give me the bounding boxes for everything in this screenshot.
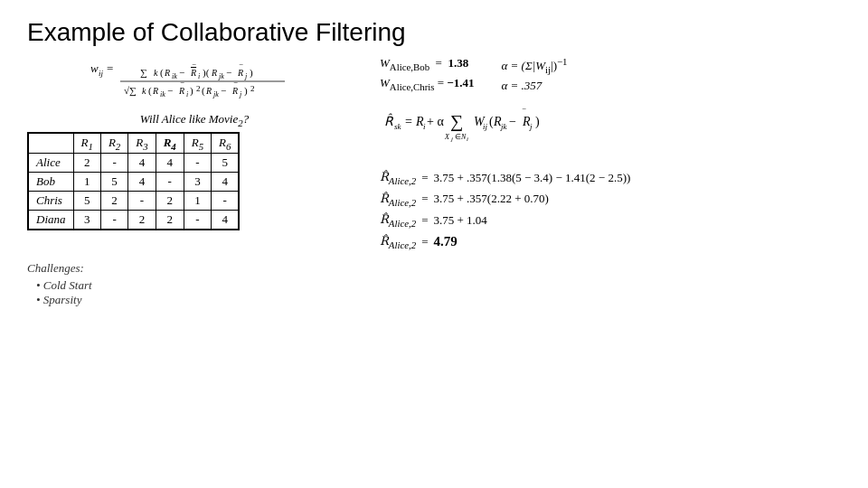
svg-text:k: k xyxy=(154,68,158,78)
table-row: Alice 2 - 4 4 - 5 xyxy=(29,154,239,173)
cell: - xyxy=(184,211,211,230)
challenges-list: Cold Start Sparsity xyxy=(27,278,362,307)
svg-text:=: = xyxy=(405,115,412,128)
cell: 1 xyxy=(184,192,211,211)
svg-text:=: = xyxy=(107,61,113,75)
svg-text:R: R xyxy=(211,68,217,78)
svg-text:): ) xyxy=(190,85,193,97)
row-name-bob: Bob xyxy=(29,173,74,192)
svg-text:∑: ∑ xyxy=(450,111,463,132)
svg-text:2: 2 xyxy=(196,84,201,93)
svg-text:‾: ‾ xyxy=(180,82,184,92)
svg-text:sk: sk xyxy=(394,122,402,131)
svg-text:R̂: R̂ xyxy=(384,113,394,128)
svg-text:(: ( xyxy=(148,85,152,97)
pred-formula-4: R̂Alice,2 = 4.79 xyxy=(380,234,841,250)
pred-label-2: R̂Alice,2 xyxy=(380,192,416,208)
svg-text:R: R xyxy=(164,68,170,78)
col-header-r1: R1 xyxy=(73,133,100,154)
cell: 5 xyxy=(100,173,127,192)
table-row: Chris 5 2 - 2 1 - xyxy=(29,192,239,211)
cell: 4 xyxy=(212,173,239,192)
svg-text:i: i xyxy=(186,90,188,99)
cell: - xyxy=(184,154,211,173)
prediction-formulas: R̂Alice,2 = 3.75 + .357(1.38(5 − 3.4) − … xyxy=(380,170,841,249)
cell: - xyxy=(128,192,156,211)
svg-text:)(: )( xyxy=(203,67,210,79)
col-header-r5: R5 xyxy=(184,133,211,154)
svg-text:‾: ‾ xyxy=(233,82,238,92)
svg-text:): ) xyxy=(244,85,248,97)
svg-text:j: j xyxy=(239,90,242,99)
table-row: Diana 3 - 2 2 - 4 xyxy=(29,211,239,230)
svg-text:j: j xyxy=(529,122,533,131)
rating-matrix: R1 R2 R3 R4 R5 R6 Alice 2 - xyxy=(27,132,240,231)
svg-text:−: − xyxy=(167,85,173,96)
svg-text:i: i xyxy=(467,136,468,143)
pred-label-1: R̂Alice,2 xyxy=(380,170,416,186)
cell: 2 xyxy=(128,211,156,230)
cell: - xyxy=(212,192,239,211)
svg-text:jk: jk xyxy=(500,122,508,131)
w-alice-bob-line: WAlice,Bob = 1.38 xyxy=(380,56,474,72)
col-header-name xyxy=(29,133,74,154)
svg-text:ij: ij xyxy=(99,69,104,78)
table-header-row: R1 R2 R3 R4 R5 R6 xyxy=(29,133,239,154)
pred-formula-1: R̂Alice,2 = 3.75 + .357(1.38(5 − 3.4) − … xyxy=(380,170,841,186)
cell: 2 xyxy=(156,211,184,230)
challenges-section: Challenges: Cold Start Sparsity xyxy=(27,261,362,307)
svg-text:−: − xyxy=(226,67,231,78)
svg-text:‾: ‾ xyxy=(239,64,243,74)
row-name-diana: Diana xyxy=(29,211,74,230)
rating-table: R1 R2 R3 R4 R5 R6 Alice 2 - xyxy=(28,133,239,230)
cell: 4 xyxy=(128,173,156,192)
svg-text:j: j xyxy=(244,72,248,80)
alpha-value-line: α = .357 xyxy=(501,79,567,93)
svg-text:i: i xyxy=(423,122,426,131)
cell: 3 xyxy=(184,173,211,192)
alpha-values: α = (Σ|Wij|)−1 α = .357 xyxy=(501,56,567,97)
pred-val-2: 3.75 + .357(2.22 + 0.70) xyxy=(434,192,549,206)
cell: 2 xyxy=(100,192,127,211)
weight-formula: w ij = ∑ k ( R ik − R ‾ i )( R xyxy=(27,56,362,105)
cell: - xyxy=(100,211,127,230)
right-top-row: WAlice,Bob = 1.38 WAlice,Chris = −1.41 α… xyxy=(380,56,841,97)
col-header-r3: R3 xyxy=(128,133,156,154)
cell: 3 xyxy=(73,211,100,230)
svg-text:−: − xyxy=(221,85,226,96)
cell: 4 xyxy=(212,211,239,230)
svg-text:): ) xyxy=(535,115,540,129)
pred-val-4: 4.79 xyxy=(434,234,458,249)
svg-text:(: ( xyxy=(160,67,164,79)
svg-text:R: R xyxy=(152,86,158,96)
cell: 4 xyxy=(156,154,184,173)
svg-text:−: − xyxy=(179,67,184,78)
svg-text:w: w xyxy=(90,61,99,75)
svg-text:ik: ik xyxy=(172,72,177,80)
challenge-sparsity: Sparsity xyxy=(36,293,362,307)
challenge-cold-start: Cold Start xyxy=(36,278,362,293)
right-panel: WAlice,Bob = 1.38 WAlice,Chris = −1.41 α… xyxy=(380,56,841,307)
pred-val-3: 3.75 + 1.04 xyxy=(434,213,487,228)
left-panel: w ij = ∑ k ( R ik − R ‾ i )( R xyxy=(27,56,362,307)
col-header-r6: R6 xyxy=(212,133,239,154)
pred-val-1: 3.75 + .357(1.38(5 − 3.4) − 1.41(2 − 2.5… xyxy=(434,171,631,185)
svg-text:R: R xyxy=(205,86,212,96)
col-header-r2: R2 xyxy=(100,133,127,154)
svg-text:ij: ij xyxy=(483,122,488,131)
pred-label-4: R̂Alice,2 xyxy=(380,234,416,250)
cell: - xyxy=(100,154,127,173)
w-alice-chris-line: WAlice,Chris = −1.41 xyxy=(380,76,474,92)
svg-text:2: 2 xyxy=(250,84,255,93)
svg-text:−: − xyxy=(509,115,516,128)
pred-formula-2: R̂Alice,2 = 3.75 + .357(2.22 + 0.70) xyxy=(380,192,841,208)
pred-label-3: R̂Alice,2 xyxy=(380,212,416,229)
svg-text:j: j xyxy=(450,136,453,143)
cell: 2 xyxy=(156,192,184,211)
cell: 4 xyxy=(128,154,156,173)
svg-text:(: ( xyxy=(202,85,205,97)
pred-formula-3: R̂Alice,2 = 3.75 + 1.04 xyxy=(380,212,841,229)
svg-text:i: i xyxy=(198,72,200,80)
cell: 5 xyxy=(73,192,100,211)
cell: 5 xyxy=(212,154,239,173)
